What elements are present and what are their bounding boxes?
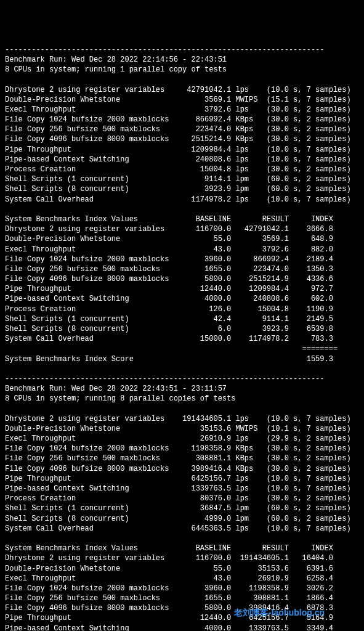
- watermark: 老刘博客-laoliublog.cn: [234, 607, 325, 619]
- terminal-output: ----------------------------------------…: [5, 45, 359, 631]
